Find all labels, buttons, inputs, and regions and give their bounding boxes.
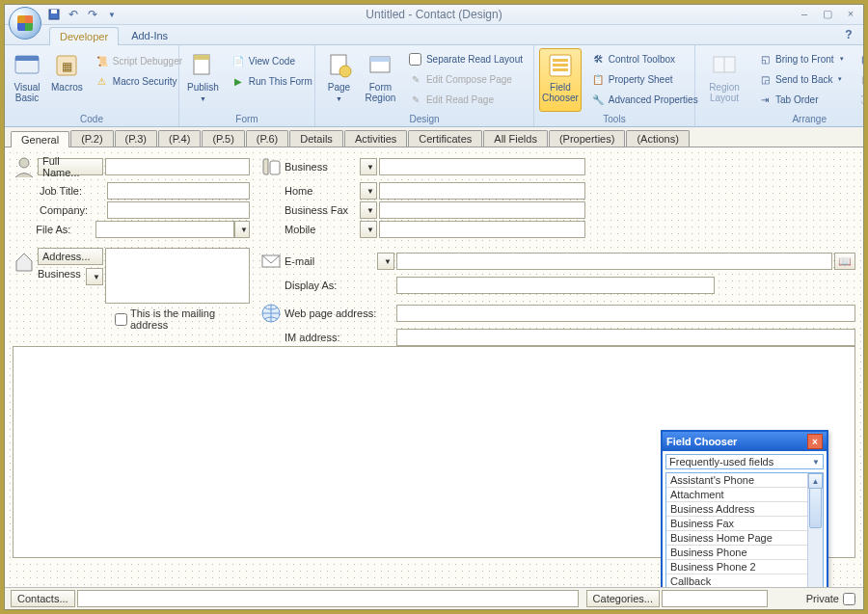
phone3-dropdown[interactable]: ▼ <box>360 201 377 219</box>
field-chooser-combo[interactable]: Frequently-used fields▼ <box>665 454 824 469</box>
align-button[interactable]: ▤Align▾ <box>854 49 864 68</box>
im-input[interactable] <box>396 329 855 346</box>
close-button[interactable]: × <box>842 7 859 20</box>
office-orb-button[interactable] <box>9 7 41 40</box>
field-chooser-close-button[interactable]: × <box>807 434 823 449</box>
phone1-dropdown[interactable]: ▼ <box>360 158 377 175</box>
group-label-code: Code <box>10 112 174 126</box>
control-toolbox-button[interactable]: 🛠Control Toolbox <box>585 49 704 68</box>
form-tab-p4[interactable]: (P.4) <box>158 130 201 147</box>
scroll-up-button[interactable]: ▲ <box>808 473 823 489</box>
size-button[interactable]: ⛶Size▾ <box>854 90 864 109</box>
job-title-label: Job Title: <box>40 185 105 197</box>
form-region-button[interactable]: Form Region <box>362 48 399 112</box>
save-icon[interactable] <box>47 8 61 21</box>
phone1-input[interactable] <box>379 158 585 175</box>
redo-icon[interactable]: ↷ <box>86 8 99 21</box>
maximize-button[interactable]: ▢ <box>819 7 836 20</box>
field-item[interactable]: Business Fax <box>666 517 808 531</box>
contacts-input[interactable] <box>77 590 579 607</box>
webpage-input[interactable] <box>396 305 855 322</box>
advanced-properties-button[interactable]: 🔧Advanced Properties <box>585 90 704 109</box>
form-tab-certificates[interactable]: Certificates <box>408 130 482 147</box>
minimize-button[interactable]: – <box>796 7 813 20</box>
email-label: E-mail <box>285 255 377 267</box>
field-item[interactable]: Attachment <box>666 488 808 502</box>
help-icon[interactable]: ? <box>842 28 855 41</box>
group-label-design: Design <box>320 112 529 126</box>
bring-front-icon: ◱ <box>758 52 772 66</box>
region-layout-button[interactable]: Region Layout <box>700 48 748 112</box>
form-tab-allfields[interactable]: All Fields <box>483 130 548 147</box>
form-tab-p5[interactable]: (P.5) <box>202 130 244 147</box>
full-name-button[interactable]: Full Name... <box>38 158 103 175</box>
macros-button[interactable]: ▦ Macros <box>48 48 86 112</box>
tab-developer[interactable]: Developer <box>49 27 119 45</box>
form-tab-p2[interactable]: (P.2) <box>70 130 113 147</box>
qat-dropdown-icon[interactable]: ▼ <box>105 8 119 21</box>
field-item[interactable]: Assistant's Phone <box>666 473 808 488</box>
mailing-address-checkbox[interactable] <box>115 313 127 326</box>
company-input[interactable] <box>107 201 250 219</box>
form-tab-properties[interactable]: (Properties) <box>549 130 625 147</box>
edit-read-page-button[interactable]: ✎Edit Read Page <box>403 90 529 109</box>
phone4-dropdown[interactable]: ▼ <box>360 221 377 238</box>
address-type-dropdown[interactable]: ▼ <box>86 268 103 285</box>
bring-to-front-button[interactable]: ◱Bring to Front▾ <box>752 49 850 68</box>
tab-addins[interactable]: Add-Ins <box>121 26 178 44</box>
svg-text:▦: ▦ <box>62 60 72 73</box>
form-tab-activities[interactable]: Activities <box>344 130 407 147</box>
page-button[interactable]: Page▼ <box>320 48 358 112</box>
categories-button[interactable]: Categories... <box>586 590 660 607</box>
phone2-input[interactable] <box>379 182 585 200</box>
form-tab-actions[interactable]: (Actions) <box>626 130 689 147</box>
scroll-thumb[interactable] <box>809 488 822 528</box>
form-tab-details[interactable]: Details <box>289 130 343 147</box>
file-as-input[interactable] <box>95 221 234 238</box>
svg-rect-13 <box>553 59 568 62</box>
full-name-input[interactable] <box>105 158 250 175</box>
separate-read-checkbox[interactable] <box>409 53 421 66</box>
phone4-input[interactable] <box>379 221 585 238</box>
field-chooser-button[interactable]: Field Chooser <box>539 48 582 112</box>
publish-button[interactable]: Publish ▼ <box>184 48 222 112</box>
macro-security-button[interactable]: ⚠Macro Security <box>90 71 188 91</box>
field-item[interactable]: Business Home Page <box>666 531 808 546</box>
private-checkbox[interactable] <box>843 593 855 605</box>
property-sheet-button[interactable]: 📋Property Sheet <box>585 69 704 89</box>
field-chooser-scrollbar[interactable]: ▲ ▼ <box>807 473 823 592</box>
file-as-dropdown[interactable]: ▼ <box>234 221 250 238</box>
field-item[interactable]: Business Address <box>666 502 808 517</box>
view-code-button[interactable]: 📄View Code <box>226 51 318 70</box>
display-as-input[interactable] <box>396 277 715 294</box>
visual-basic-icon <box>13 51 41 80</box>
field-chooser-window[interactable]: Field Chooser× Frequently-used fields▼ A… <box>661 430 828 592</box>
form-tab-p3[interactable]: (P.3) <box>115 130 157 147</box>
size-icon: ⛶ <box>859 93 864 106</box>
tab-order-button[interactable]: ⇥Tab Order <box>752 90 850 109</box>
job-title-input[interactable] <box>107 182 250 200</box>
address-input[interactable] <box>105 248 250 304</box>
send-to-back-button[interactable]: ◲Send to Back▾ <box>752 69 850 89</box>
contacts-button[interactable]: Contacts... <box>11 590 75 607</box>
phone2-dropdown[interactable]: ▼ <box>360 182 377 200</box>
address-book-button[interactable]: 📖 <box>834 253 855 270</box>
email-input[interactable] <box>396 253 832 270</box>
form-tab-general[interactable]: General <box>11 131 69 147</box>
categories-input[interactable] <box>662 590 768 607</box>
field-item[interactable]: Business Phone 2 <box>666 560 808 574</box>
run-this-form-button[interactable]: ▶Run This Form <box>226 71 318 91</box>
separate-read-layout-button[interactable]: Separate Read Layout <box>403 49 529 68</box>
undo-icon[interactable]: ↶ <box>67 8 80 21</box>
field-item[interactable]: Business Phone <box>666 546 808 560</box>
visual-basic-button[interactable]: Visual Basic <box>10 48 44 112</box>
field-chooser-list[interactable]: Assistant's PhoneAttachmentBusiness Addr… <box>665 472 824 592</box>
edit-compose-page-button[interactable]: ✎Edit Compose Page <box>403 69 529 89</box>
address-button[interactable]: Address... <box>38 248 103 265</box>
email-dropdown[interactable]: ▼ <box>377 253 394 270</box>
script-debugger-icon: 📜 <box>95 54 109 67</box>
group-button[interactable]: ▦Group▾ <box>854 69 864 89</box>
phone3-input[interactable] <box>379 201 585 219</box>
script-debugger-button[interactable]: 📜Script Debugger <box>90 51 188 70</box>
form-tab-p6[interactable]: (P.6) <box>246 130 288 147</box>
